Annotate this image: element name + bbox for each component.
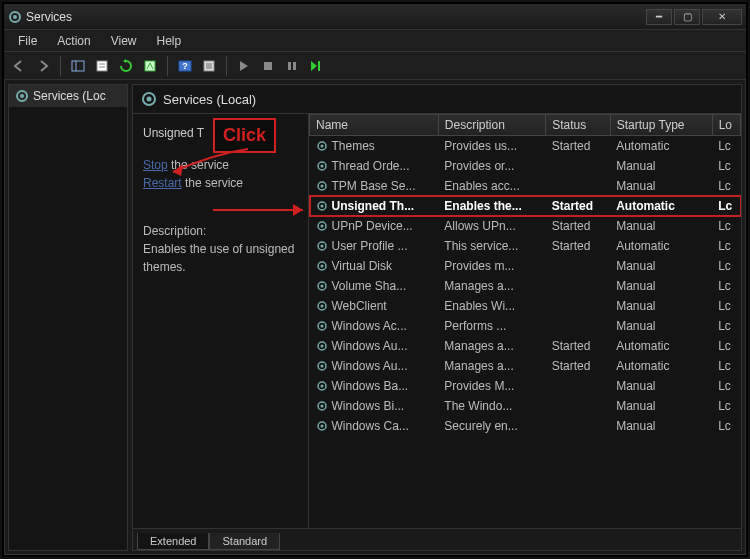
services-table-wrap[interactable]: Name Description Status Startup Type Lo … bbox=[308, 114, 741, 528]
restart-link[interactable]: Restart bbox=[143, 176, 182, 190]
cell-description: The Windo... bbox=[438, 396, 545, 416]
tree-pane[interactable]: Services (Loc bbox=[8, 84, 128, 551]
back-button[interactable] bbox=[8, 55, 30, 77]
table-row[interactable]: TPM Base Se...Enables acc...ManualLc bbox=[310, 176, 741, 196]
maximize-button[interactable]: ▢ bbox=[674, 9, 700, 25]
svg-point-40 bbox=[320, 305, 323, 308]
refresh-button[interactable] bbox=[115, 55, 137, 77]
cell-description: Manages a... bbox=[438, 356, 545, 376]
tree-item-services-local[interactable]: Services (Loc bbox=[9, 85, 127, 107]
service-icon bbox=[316, 320, 328, 332]
table-row[interactable]: Windows Ac...Performs ...ManualLc bbox=[310, 316, 741, 336]
svg-rect-2 bbox=[72, 61, 84, 71]
start-service-button[interactable] bbox=[233, 55, 255, 77]
menu-view[interactable]: View bbox=[101, 32, 147, 50]
arrow-annotation-2 bbox=[213, 200, 323, 220]
stop-link[interactable]: Stop bbox=[143, 158, 168, 172]
col-name[interactable]: Name bbox=[310, 115, 439, 136]
minimize-button[interactable]: ━ bbox=[646, 9, 672, 25]
svg-rect-14 bbox=[264, 62, 272, 70]
cell-logon: Lc bbox=[712, 356, 740, 376]
tab-standard[interactable]: Standard bbox=[209, 533, 280, 550]
cell-logon: Lc bbox=[712, 256, 740, 276]
svg-point-36 bbox=[320, 265, 323, 268]
service-icon bbox=[316, 160, 328, 172]
restart-link-line: Restart the service bbox=[143, 174, 298, 192]
cell-name: Windows Ca... bbox=[310, 416, 439, 436]
cell-logon: Lc bbox=[712, 316, 740, 336]
export-button[interactable] bbox=[139, 55, 161, 77]
cell-logon: Lc bbox=[712, 276, 740, 296]
table-row[interactable]: Unsigned Th...Enables the...StartedAutom… bbox=[310, 196, 741, 216]
svg-point-28 bbox=[320, 185, 323, 188]
stop-service-button[interactable] bbox=[257, 55, 279, 77]
titlebar[interactable]: Services ━ ▢ ✕ bbox=[4, 4, 746, 30]
col-startup[interactable]: Startup Type bbox=[610, 115, 712, 136]
table-row[interactable]: Windows Au...Manages a...StartedAutomati… bbox=[310, 336, 741, 356]
menu-help[interactable]: Help bbox=[147, 32, 192, 50]
close-button[interactable]: ✕ bbox=[702, 9, 742, 25]
cell-description: Manages a... bbox=[438, 336, 545, 356]
table-row[interactable]: Volume Sha...Manages a...ManualLc bbox=[310, 276, 741, 296]
table-row[interactable]: Windows Bi...The Windo...ManualLc bbox=[310, 396, 741, 416]
service-icon bbox=[316, 420, 328, 432]
gear-icon bbox=[15, 89, 29, 103]
cell-description: Provides m... bbox=[438, 256, 545, 276]
services-table[interactable]: Name Description Status Startup Type Lo … bbox=[309, 114, 741, 436]
cell-startup: Automatic bbox=[610, 236, 712, 256]
svg-point-50 bbox=[320, 405, 323, 408]
cell-status bbox=[546, 296, 610, 316]
selected-service-name: Unsigned T bbox=[143, 124, 298, 142]
table-row[interactable]: User Profile ...This service...StartedAu… bbox=[310, 236, 741, 256]
table-row[interactable]: Windows Ba...Provides M...ManualLc bbox=[310, 376, 741, 396]
table-row[interactable]: Thread Orde...Provides or...ManualLc bbox=[310, 156, 741, 176]
show-hide-tree-button[interactable] bbox=[67, 55, 89, 77]
cell-startup: Automatic bbox=[610, 356, 712, 376]
table-row[interactable]: Windows Au...Manages a...StartedAutomati… bbox=[310, 356, 741, 376]
col-description[interactable]: Description bbox=[438, 115, 545, 136]
help-button[interactable]: ? bbox=[174, 55, 196, 77]
menubar: File Action View Help bbox=[4, 30, 746, 52]
service-icon bbox=[316, 200, 328, 212]
table-row[interactable]: Windows Ca...Securely en...ManualLc bbox=[310, 416, 741, 436]
table-row[interactable]: UPnP Device...Allows UPn...StartedManual… bbox=[310, 216, 741, 236]
cell-startup: Manual bbox=[610, 276, 712, 296]
cell-startup: Automatic bbox=[610, 136, 712, 157]
restart-service-button[interactable] bbox=[305, 55, 327, 77]
cell-name: Thread Orde... bbox=[310, 156, 439, 176]
forward-button[interactable] bbox=[32, 55, 54, 77]
cell-startup: Manual bbox=[610, 376, 712, 396]
cell-status: Started bbox=[546, 136, 610, 157]
gear-icon bbox=[141, 91, 157, 107]
cell-name: Windows Ba... bbox=[310, 376, 439, 396]
table-row[interactable]: Virtual DiskProvides m...ManualLc bbox=[310, 256, 741, 276]
main-pane: Services (Local) Unsigned T Stop the ser… bbox=[132, 84, 742, 551]
cell-status bbox=[546, 256, 610, 276]
svg-point-21 bbox=[147, 97, 152, 102]
toolbar-separator bbox=[226, 56, 227, 76]
service-icon bbox=[316, 300, 328, 312]
svg-point-32 bbox=[320, 225, 323, 228]
svg-point-34 bbox=[320, 245, 323, 248]
stop-link-line: Stop the service bbox=[143, 156, 298, 174]
tab-extended[interactable]: Extended bbox=[137, 533, 209, 550]
svg-point-19 bbox=[20, 94, 24, 98]
service-icon bbox=[316, 400, 328, 412]
col-status[interactable]: Status bbox=[546, 115, 610, 136]
cell-name: User Profile ... bbox=[310, 236, 439, 256]
table-row[interactable]: WebClientEnables Wi...ManualLc bbox=[310, 296, 741, 316]
detail-pane: Unsigned T Stop the service Restart the … bbox=[133, 114, 308, 528]
properties-button[interactable] bbox=[91, 55, 113, 77]
cell-name: Virtual Disk bbox=[310, 256, 439, 276]
col-logon[interactable]: Lo bbox=[712, 115, 740, 136]
cell-logon: Lc bbox=[712, 176, 740, 196]
table-row[interactable]: ThemesProvides us...StartedAutomaticLc bbox=[310, 136, 741, 157]
cell-status: Started bbox=[546, 336, 610, 356]
menu-action[interactable]: Action bbox=[47, 32, 100, 50]
properties-button-2[interactable] bbox=[198, 55, 220, 77]
window: Services ━ ▢ ✕ File Action View Help ? bbox=[2, 2, 748, 557]
pause-service-button[interactable] bbox=[281, 55, 303, 77]
cell-description: Enables the... bbox=[438, 196, 545, 216]
menu-file[interactable]: File bbox=[8, 32, 47, 50]
cell-startup: Manual bbox=[610, 296, 712, 316]
